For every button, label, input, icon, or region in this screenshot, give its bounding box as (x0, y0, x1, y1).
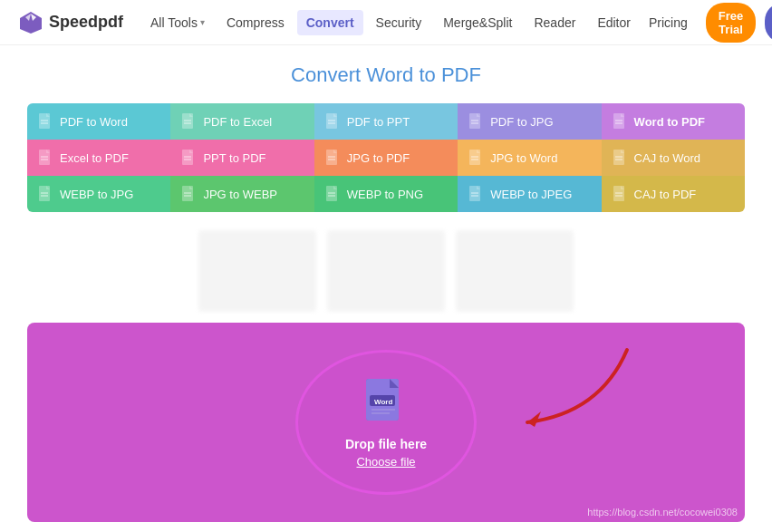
grid-cell-webp-to-jpeg[interactable]: WEBP to JPEG (458, 176, 601, 212)
drop-zone[interactable]: Word Drop file here Choose file (295, 350, 477, 495)
pricing-link[interactable]: Pricing (640, 10, 697, 35)
grid-cell-pdf-to-ppt[interactable]: PDF to PPT (314, 103, 458, 140)
file-icon (38, 149, 54, 167)
grid-cell-label: JPG to Word (490, 151, 557, 165)
grid-cell-word-to-pdf[interactable]: Word to PDF (602, 103, 745, 140)
grid-cell-label: PDF to PPT (347, 115, 410, 129)
nav-compress[interactable]: Compress (217, 10, 294, 35)
nav-security[interactable]: Security (367, 10, 431, 35)
file-icon (38, 112, 54, 131)
file-icon (613, 149, 629, 167)
grid-cell-label: WEBP to JPEG (490, 188, 572, 201)
arrow-indicator (473, 341, 636, 453)
grid-cell-label: PDF to JPG (490, 115, 553, 129)
grid-cell-label: PDF to Word (60, 115, 128, 129)
grid-cell-caj-to-pdf[interactable]: CAJ to PDF (602, 176, 745, 212)
svg-text:Word: Word (374, 398, 392, 406)
file-icon (468, 185, 485, 203)
grid-cell-label: WEBP to PNG (347, 188, 423, 201)
free-trial-button[interactable]: Free Trial (706, 3, 756, 43)
nav-merge-split[interactable]: Merge&Split (434, 10, 521, 35)
file-icon (325, 185, 342, 203)
drop-section: Word Drop file here Choose file https://… (27, 323, 745, 522)
chevron-down-icon: ▾ (200, 17, 205, 27)
grid-cell-label: WEBP to JPG (60, 188, 133, 201)
file-icon (181, 185, 198, 203)
grid-cell-webp-to-png[interactable]: WEBP to PNG (314, 176, 458, 212)
grid-cell-jpg-to-word[interactable]: JPG to Word (458, 140, 601, 176)
grid-cell-label: Word to PDF (634, 115, 705, 129)
watermark: https://blog.csdn.net/cocowei0308 (587, 507, 738, 517)
grid-cell-label: Excel to PDF (60, 151, 129, 165)
grid-cell-jpg-to-webp[interactable]: JPG to WEBP (170, 176, 314, 212)
main-content: Convert Word to PDF PDF to Word PDF to E… (0, 45, 772, 532)
file-icon (181, 149, 198, 167)
thumbnail (327, 230, 445, 312)
choose-file-link[interactable]: Choose file (356, 455, 415, 469)
grid-cell-pdf-to-jpg[interactable]: PDF to JPG (458, 103, 601, 140)
grid-cell-caj-to-word[interactable]: CAJ to Word (602, 140, 745, 176)
grid-cell-ppt-to-pdf[interactable]: PPT to PDF (170, 140, 314, 176)
grid-cell-excel-to-pdf[interactable]: Excel to PDF (27, 140, 170, 176)
file-icon (468, 149, 485, 167)
page-title: Convert Word to PDF (27, 63, 745, 87)
header: Speedpdf All Tools ▾ Compress Convert Se… (0, 0, 772, 45)
nav-editor[interactable]: Editor (588, 10, 640, 35)
nav-all-tools[interactable]: All Tools ▾ (141, 10, 214, 35)
grid-cell-label: JPG to WEBP (203, 188, 277, 201)
logo-text: Speedpdf (49, 13, 123, 32)
file-icon (325, 112, 342, 131)
drop-text: Drop file here (345, 437, 427, 451)
logo-icon (18, 10, 43, 35)
file-icon (181, 112, 198, 131)
grid-cell-label: JPG to PDF (347, 151, 410, 165)
main-nav: All Tools ▾ Compress Convert Security Me… (141, 10, 640, 35)
grid-cell-label: PDF to Excel (203, 115, 272, 129)
file-icon (468, 112, 485, 131)
file-icon (325, 149, 342, 167)
nav-convert[interactable]: Convert (297, 10, 363, 35)
grid-cell-pdf-to-word[interactable]: PDF to Word (27, 103, 170, 140)
conversion-grid: PDF to Word PDF to Excel PDF to PPT PDF … (27, 103, 745, 212)
svg-marker-0 (20, 12, 42, 34)
header-actions: Pricing Free Trial Sign in (640, 3, 772, 43)
grid-cell-label: CAJ to PDF (634, 188, 697, 201)
thumbnail-row (27, 230, 745, 312)
grid-cell-label: PPT to PDF (203, 151, 265, 165)
grid-cell-webp-to-jpg[interactable]: WEBP to JPG (27, 176, 170, 212)
word-doc-icon: Word (364, 377, 408, 428)
logo[interactable]: Speedpdf (18, 10, 123, 35)
nav-reader[interactable]: Reader (525, 10, 584, 35)
signin-button[interactable]: Sign in (765, 3, 772, 43)
grid-cell-jpg-to-pdf[interactable]: JPG to PDF (314, 140, 458, 176)
grid-cell-label: CAJ to Word (634, 151, 700, 165)
file-icon (613, 112, 629, 131)
file-icon (613, 185, 629, 203)
grid-cell-pdf-to-excel[interactable]: PDF to Excel (170, 103, 314, 140)
thumbnail (198, 230, 316, 312)
file-icon (38, 185, 54, 203)
thumbnail (456, 230, 574, 312)
